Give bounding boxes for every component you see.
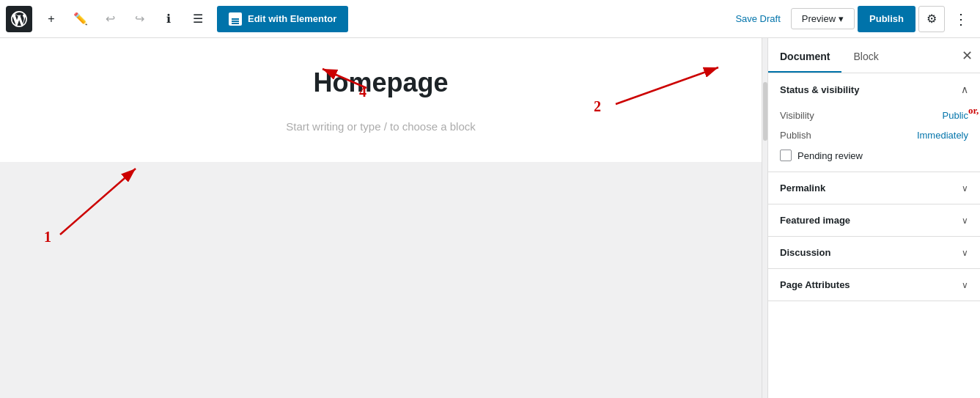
visibility-value[interactable]: Public bbox=[943, 110, 968, 121]
pending-review-label: Pending review bbox=[797, 150, 863, 161]
sidebar-content: Status & visibility ∧ Visibility Public … bbox=[768, 73, 980, 398]
block-placeholder[interactable]: Start writing or type / to choose a bloc… bbox=[44, 120, 718, 133]
permalink-title: Permalink bbox=[780, 183, 825, 194]
more-options-button[interactable]: ⋮ bbox=[948, 6, 974, 32]
publish-row: Publish Immediately or, 3 bbox=[768, 125, 980, 145]
wordpress-logo bbox=[6, 6, 32, 32]
elementor-icon bbox=[229, 12, 242, 26]
featured-image-title: Featured image bbox=[780, 215, 850, 226]
tools-button[interactable]: ☰ bbox=[185, 6, 211, 32]
sidebar-scrollbar bbox=[762, 38, 767, 398]
editor-canvas[interactable]: Homepage Start writing or type / to choo… bbox=[0, 38, 762, 162]
svg-line-1 bbox=[60, 169, 136, 235]
preview-button[interactable]: Preview ▾ bbox=[791, 8, 855, 29]
tab-block[interactable]: Block bbox=[841, 42, 890, 73]
discussion-section: Discussion ∨ bbox=[768, 237, 980, 269]
redo-button[interactable]: ↪ bbox=[126, 6, 152, 32]
main-area: Homepage Start writing or type / to choo… bbox=[0, 38, 980, 398]
annotation-1: 1 bbox=[44, 229, 51, 246]
annotation-or3: or, 3 bbox=[968, 105, 980, 117]
sidebar-tabs: Document Block ✕ bbox=[768, 38, 980, 73]
publish-button[interactable]: Publish bbox=[858, 6, 915, 32]
add-block-toolbar-button[interactable]: + bbox=[38, 6, 65, 32]
page-attributes-chevron-icon: ∨ bbox=[962, 280, 968, 290]
save-draft-button[interactable]: Save Draft bbox=[728, 9, 787, 29]
wp-logo-icon bbox=[11, 11, 27, 27]
page-attributes-header[interactable]: Page Attributes ∨ bbox=[768, 269, 980, 301]
toolbar: + ✏️ ↩ ↪ ℹ ☰ Edit with Elementor Save Dr… bbox=[0, 0, 980, 38]
featured-image-section: Featured image ∨ bbox=[768, 204, 980, 237]
publish-label: Publish bbox=[780, 130, 811, 141]
edit-with-elementor-button[interactable]: Edit with Elementor bbox=[217, 6, 348, 32]
discussion-chevron-icon: ∨ bbox=[962, 248, 968, 258]
sidebar-scroll-thumb[interactable] bbox=[763, 82, 767, 141]
discussion-header[interactable]: Discussion ∨ bbox=[768, 237, 980, 268]
sidebar-panel: Document Block ✕ Status & visibility ∧ V… bbox=[767, 38, 980, 398]
tab-document[interactable]: Document bbox=[768, 42, 841, 73]
featured-image-chevron-icon: ∨ bbox=[962, 215, 968, 226]
pending-review-row: Pending review bbox=[768, 145, 980, 172]
status-section-title: Status & visibility bbox=[780, 84, 859, 95]
canvas-area: Homepage Start writing or type / to choo… bbox=[0, 38, 762, 398]
sidebar-close-button[interactable]: ✕ bbox=[954, 43, 980, 69]
featured-image-header[interactable]: Featured image ∨ bbox=[768, 204, 980, 236]
visibility-label: Visibility bbox=[780, 110, 814, 121]
settings-button[interactable]: ⚙ bbox=[918, 6, 945, 32]
publish-value[interactable]: Immediately bbox=[917, 130, 968, 141]
edit-tool-button[interactable]: ✏️ bbox=[67, 6, 94, 32]
status-visibility-header[interactable]: Status & visibility ∧ bbox=[768, 73, 980, 106]
visibility-row: Visibility Public bbox=[768, 106, 980, 125]
status-chevron-icon: ∧ bbox=[961, 84, 968, 95]
permalink-section: Permalink ∨ bbox=[768, 172, 980, 204]
page-attributes-section: Page Attributes ∨ bbox=[768, 269, 980, 301]
info-button[interactable]: ℹ bbox=[155, 6, 182, 32]
discussion-title: Discussion bbox=[780, 247, 830, 258]
permalink-header[interactable]: Permalink ∨ bbox=[768, 172, 980, 204]
status-visibility-section: Status & visibility ∧ Visibility Public … bbox=[768, 73, 980, 172]
page-title: Homepage bbox=[44, 67, 718, 98]
pending-review-checkbox[interactable] bbox=[780, 150, 792, 161]
permalink-chevron-icon: ∨ bbox=[962, 183, 968, 194]
undo-button[interactable]: ↩ bbox=[97, 6, 123, 32]
page-attributes-title: Page Attributes bbox=[780, 279, 850, 290]
preview-chevron-icon: ▾ bbox=[839, 13, 844, 24]
